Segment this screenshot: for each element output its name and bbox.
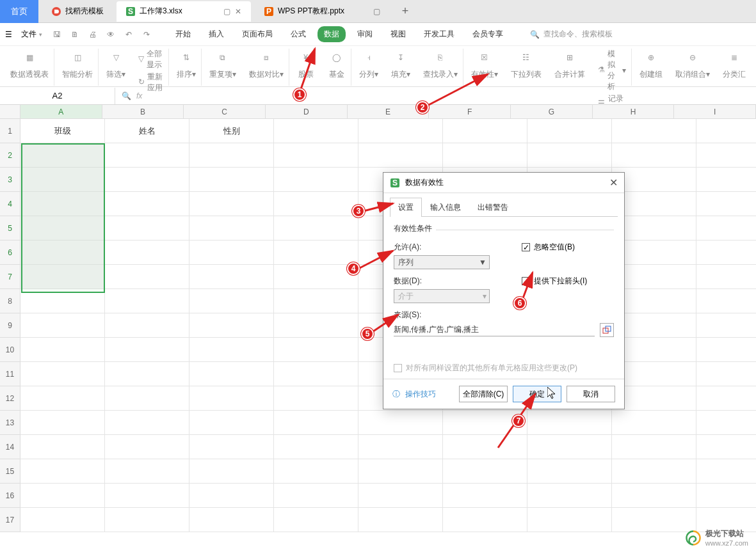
cell[interactable] (696, 168, 756, 192)
cell[interactable] (696, 192, 756, 216)
doc-tab-ppt[interactable]: P WPS PPT教程.pptx ▢ (255, 1, 389, 22)
pivot-button[interactable]: ▦数据透视表 (5, 49, 54, 86)
cell[interactable] (20, 216, 105, 241)
redo-icon[interactable]: ↷ (141, 29, 152, 40)
cell[interactable] (189, 265, 274, 289)
cell[interactable] (105, 143, 189, 168)
allow-combo[interactable]: 序列▼ (394, 255, 490, 269)
tab-insert[interactable]: 插入 (202, 26, 230, 42)
row-header[interactable]: 17 (0, 508, 20, 532)
command-search[interactable]: 🔍 查找命令、搜索模板 (530, 29, 613, 40)
cell[interactable] (274, 386, 358, 411)
cell[interactable] (527, 508, 612, 532)
hamburger-icon[interactable]: ☰ (5, 30, 12, 39)
dialog-tab-input[interactable]: 输入信息 (422, 198, 469, 217)
cell[interactable] (443, 459, 527, 484)
cell[interactable] (527, 484, 612, 508)
cell[interactable] (105, 216, 189, 241)
split-columns-button[interactable]: ⫞分列▾ (354, 49, 383, 86)
clear-all-button[interactable]: 全部清除(C) (459, 386, 508, 402)
filter-button[interactable]: ▽筛选▾ (101, 49, 131, 86)
subtotal-button[interactable]: ≣分类汇 (718, 49, 751, 86)
cell[interactable] (20, 143, 105, 168)
cell[interactable] (274, 192, 358, 216)
cell[interactable] (20, 435, 105, 459)
cell[interactable] (105, 265, 189, 289)
cell[interactable] (20, 459, 105, 484)
cell[interactable] (358, 411, 443, 435)
cell[interactable] (274, 241, 358, 265)
cell[interactable]: 姓名 (105, 119, 189, 143)
cell[interactable] (274, 289, 358, 313)
cell[interactable] (358, 459, 443, 484)
sort-button[interactable]: ⇅排序▾ (172, 49, 202, 86)
cell[interactable] (189, 241, 274, 265)
cell[interactable] (612, 119, 696, 143)
cell[interactable] (358, 435, 443, 459)
tab-vip[interactable]: 会员专享 (466, 26, 510, 42)
range-picker-icon[interactable] (600, 323, 614, 337)
cell[interactable] (105, 338, 189, 362)
validity-button[interactable]: ☒有效性▾ (466, 49, 503, 86)
cell[interactable] (274, 508, 358, 532)
ungroup-button[interactable]: ⊖取消组合▾ (670, 49, 715, 86)
cell[interactable] (696, 143, 756, 168)
tab-layout[interactable]: 页面布局 (236, 26, 279, 42)
fill-button[interactable]: ↧填充▾ (386, 49, 415, 86)
dialog-titlebar[interactable]: S 数据有效性 ✕ (383, 173, 624, 193)
cell[interactable] (696, 216, 756, 241)
cell[interactable] (696, 289, 756, 313)
cell[interactable] (274, 119, 358, 143)
cell[interactable] (274, 313, 358, 338)
close-icon[interactable]: ✕ (609, 177, 618, 189)
cell[interactable] (696, 484, 756, 508)
cell[interactable] (20, 192, 105, 216)
print-preview-icon[interactable]: 👁 (105, 29, 117, 40)
cell[interactable] (189, 192, 274, 216)
cell[interactable] (696, 119, 756, 143)
cell[interactable] (20, 241, 105, 265)
cell[interactable]: 性别 (189, 119, 274, 143)
group-button[interactable]: ⊕创建组 (634, 49, 668, 86)
cell[interactable] (274, 484, 358, 508)
name-box-input[interactable] (19, 91, 96, 100)
stock-button[interactable]: ¥股票 (292, 49, 320, 86)
cancel-button[interactable]: 取消 (567, 386, 615, 402)
cell[interactable] (696, 386, 756, 411)
cell[interactable] (612, 508, 696, 532)
cell[interactable] (696, 241, 756, 265)
cell[interactable] (274, 143, 358, 168)
duplicates-button[interactable]: ⧉重复项▾ (204, 49, 241, 86)
cell[interactable] (696, 313, 756, 338)
data-compare-button[interactable]: ⧈数据对比▾ (244, 49, 289, 86)
column-header[interactable]: D (266, 105, 348, 119)
select-all-corner[interactable] (0, 105, 20, 119)
cell[interactable] (189, 362, 274, 386)
cell[interactable] (696, 459, 756, 484)
cell[interactable] (443, 484, 527, 508)
row-header[interactable]: 13 (0, 411, 20, 435)
column-header[interactable]: G (511, 105, 593, 119)
cell[interactable] (20, 265, 105, 289)
cell[interactable] (189, 459, 274, 484)
cell[interactable] (274, 338, 358, 362)
fx-icon[interactable]: fx (136, 91, 142, 100)
cell[interactable] (105, 508, 189, 532)
tips-icon[interactable]: ⓘ (392, 389, 400, 400)
cell[interactable] (527, 459, 612, 484)
cell[interactable] (105, 459, 189, 484)
column-header[interactable]: B (102, 105, 184, 119)
cell[interactable] (274, 435, 358, 459)
cell[interactable] (443, 435, 527, 459)
find-record-button[interactable]: ⎘查找录入▾ (418, 49, 463, 86)
tab-view[interactable]: 视图 (384, 26, 412, 42)
home-tab[interactable]: 首页 (0, 0, 38, 23)
cancel-formula-icon[interactable]: 🔍 (122, 91, 131, 100)
doc-tab-workbook[interactable]: S 工作簿3.xlsx ▢ ✕ (117, 1, 251, 22)
cell[interactable] (20, 411, 105, 435)
cell[interactable] (105, 168, 189, 192)
cell[interactable] (20, 313, 105, 338)
doc-tab-template[interactable]: 找稻壳模板 (42, 1, 113, 22)
row-header[interactable]: 1 (0, 119, 20, 143)
tab-review[interactable]: 审阅 (351, 26, 379, 42)
